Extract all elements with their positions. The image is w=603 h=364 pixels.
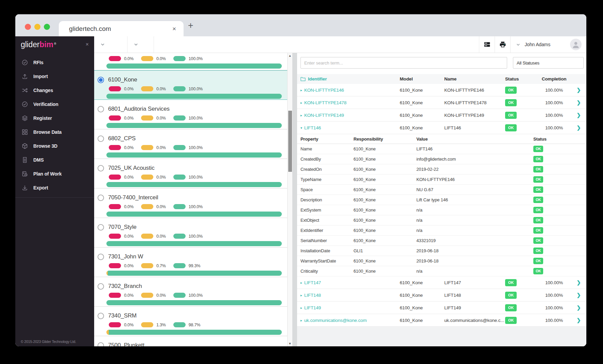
- print-button[interactable]: [495, 36, 510, 53]
- expand-arrow-icon[interactable]: [300, 101, 302, 105]
- window-minimize-button[interactable]: [34, 24, 40, 30]
- model-radio[interactable]: [98, 254, 104, 260]
- warning-percent: 1.3%: [156, 323, 166, 327]
- identifier-link[interactable]: KON-LIFTTYPE146: [300, 88, 400, 93]
- window-zoom-button[interactable]: [44, 24, 50, 30]
- sidebar-item-changes[interactable]: Changes: [15, 83, 94, 97]
- expand-arrow-icon[interactable]: [300, 88, 302, 92]
- completion-bar: [106, 300, 282, 305]
- sidebar-item-plan-of-work[interactable]: Plan of Work: [15, 167, 94, 181]
- model-radio[interactable]: [98, 77, 104, 83]
- sidebar-item-browse-3d[interactable]: Browse 3D: [15, 139, 94, 153]
- avatar[interactable]: [570, 39, 582, 50]
- column-model[interactable]: Model: [400, 76, 444, 81]
- table-row[interactable]: LIFT147 6100_Kone LIFT147 OK 100.00%: [297, 276, 586, 289]
- identifier-link[interactable]: KON-LIFTTYPE1478: [300, 100, 400, 105]
- table-row[interactable]: LIFT148 6100_Kone LIFT148 OK 100.00%: [297, 289, 586, 302]
- status-filter-select[interactable]: All Statuses: [513, 57, 584, 69]
- search-input[interactable]: [300, 57, 507, 69]
- row-chevron-icon[interactable]: [571, 99, 586, 106]
- table-row[interactable]: LIFT146 6100_Kone LIFT146 OK 100.00%: [297, 122, 586, 134]
- model-radio[interactable]: [98, 106, 104, 112]
- model-radio[interactable]: [98, 135, 104, 142]
- row-chevron-icon[interactable]: [571, 292, 586, 298]
- table-row[interactable]: KON-LIFTTYPE149 6100_Kone KON-LIFTTYPE14…: [297, 109, 586, 122]
- row-chevron-icon[interactable]: [571, 305, 586, 311]
- property-row: Criticality 6100_Kone n/a OK: [297, 266, 586, 276]
- identifier-link[interactable]: uk.communications@kone.com: [300, 318, 400, 323]
- failed-percent: 0.0%: [124, 323, 134, 327]
- model-list-item[interactable]: 7050-7400_Interceil 0.0% 0.0% 100.0%: [94, 188, 287, 218]
- column-identifier[interactable]: Identifier: [300, 76, 400, 81]
- expand-arrow-icon[interactable]: [300, 281, 302, 285]
- row-chevron-icon[interactable]: [571, 87, 586, 93]
- model-list-item[interactable]: 0.0% 0.0% 100.0%: [94, 53, 287, 70]
- table-row[interactable]: uk.communications@kone.com 6100_Kone uk.…: [297, 314, 586, 327]
- identifier-link[interactable]: KON-LIFTTYPE149: [300, 113, 400, 118]
- table-row[interactable]: KON-LIFTTYPE1478 6100_Kone KON-LIFTTYPE1…: [297, 96, 586, 109]
- model-list-item[interactable]: 7070_Style 0.0% 0.0% 100.0%: [94, 218, 287, 248]
- sidebar-item-register[interactable]: Register: [15, 111, 94, 125]
- sidebar-item-export[interactable]: Export: [15, 181, 94, 195]
- model-list-item[interactable]: 7302_Branch 0.0% 0.0% 100.0%: [94, 277, 287, 307]
- table-row[interactable]: KON-LIFTTYPE146 6100_Kone KON-LIFTTYPE14…: [297, 84, 586, 96]
- expand-arrow-icon[interactable]: [300, 306, 302, 310]
- sidebar-close-icon[interactable]: ×: [86, 41, 89, 48]
- sidebar-item-rfis[interactable]: RFIs: [15, 55, 94, 69]
- model-radio[interactable]: [98, 313, 104, 319]
- model-list-item[interactable]: 6802_CPS 0.0% 0.0% 100.0%: [94, 129, 287, 159]
- model-list-item[interactable]: 6100_Kone 0.0% 0.0% 100.0%: [94, 70, 287, 100]
- model-list-item[interactable]: 7500_Plunkett: [94, 336, 287, 346]
- column-status[interactable]: Status: [505, 76, 537, 81]
- rows-view-button[interactable]: [479, 36, 495, 53]
- identifier-link[interactable]: LIFT149: [300, 305, 400, 310]
- row-chevron-icon[interactable]: [571, 279, 586, 286]
- toolbar-dropdown-1[interactable]: [94, 36, 127, 53]
- table-row[interactable]: LIFT149 6100_Kone LIFT149 OK 100.00%: [297, 302, 586, 314]
- scroll-up-icon[interactable]: ▲: [288, 54, 292, 57]
- model-radio[interactable]: [98, 195, 104, 201]
- sidebar-item-browse-data[interactable]: Browse Data: [15, 125, 94, 139]
- sidebar-nav: RFIs Import Changes Verification Registe…: [15, 53, 94, 198]
- tab-close-icon[interactable]: ×: [172, 25, 176, 33]
- model-name: 7301_John W: [108, 253, 143, 260]
- column-name[interactable]: Name: [444, 76, 505, 81]
- model-radio[interactable]: [98, 165, 104, 171]
- window-close-button[interactable]: [25, 24, 31, 30]
- model-name: 6801_Auditoria Services: [108, 106, 170, 112]
- model-list-item[interactable]: 7025_UK Acoustic 0.0% 0.0% 100.0%: [94, 159, 287, 188]
- ok-percent: 100.0%: [189, 116, 203, 121]
- model-radio[interactable]: [98, 283, 104, 290]
- model-list-item[interactable]: 7301_John W 0.0% 0.7% 99.3%: [94, 248, 287, 277]
- panel-divider: [292, 53, 297, 346]
- sidebar-item-verification[interactable]: Verification: [15, 97, 94, 111]
- model-list-item[interactable]: 6801_Auditoria Services 0.0% 0.0% 100.0%: [94, 100, 287, 129]
- warning-pill-icon: [141, 175, 153, 180]
- row-chevron-icon[interactable]: [571, 112, 586, 118]
- status-badge: OK: [533, 166, 543, 172]
- scrollbar[interactable]: ▲ ▼: [287, 53, 292, 346]
- expand-arrow-icon[interactable]: [300, 293, 302, 297]
- model-radio[interactable]: [98, 342, 104, 347]
- warning-pill-icon: [141, 86, 153, 91]
- model-list-item[interactable]: 7340_SRM 0.0% 1.3% 98.7%: [94, 307, 287, 336]
- expand-arrow-icon[interactable]: [300, 113, 302, 117]
- browser-tab[interactable]: glidertech.com ×: [59, 21, 184, 36]
- row-chevron-icon[interactable]: [571, 317, 586, 323]
- model-radio[interactable]: [98, 224, 104, 231]
- identifier-link[interactable]: LIFT147: [300, 280, 400, 285]
- sidebar-item-dms[interactable]: DMS: [15, 153, 94, 167]
- new-tab-button[interactable]: +: [188, 20, 193, 31]
- cell-model: 6100_Kone: [400, 293, 444, 298]
- expand-arrow-icon[interactable]: [300, 318, 302, 322]
- column-completion[interactable]: Completion: [537, 76, 571, 81]
- sidebar-item-import[interactable]: Import: [15, 69, 94, 83]
- expand-arrow-icon[interactable]: [300, 126, 302, 130]
- user-menu[interactable]: John Adams: [511, 42, 550, 47]
- scrollbar-thumb[interactable]: [288, 111, 292, 172]
- identifier-link[interactable]: LIFT146: [300, 125, 400, 130]
- row-chevron-icon[interactable]: [571, 125, 586, 131]
- identifier-link[interactable]: LIFT148: [300, 293, 400, 298]
- scroll-down-icon[interactable]: ▼: [288, 342, 292, 345]
- toolbar-dropdown-2[interactable]: [127, 36, 154, 53]
